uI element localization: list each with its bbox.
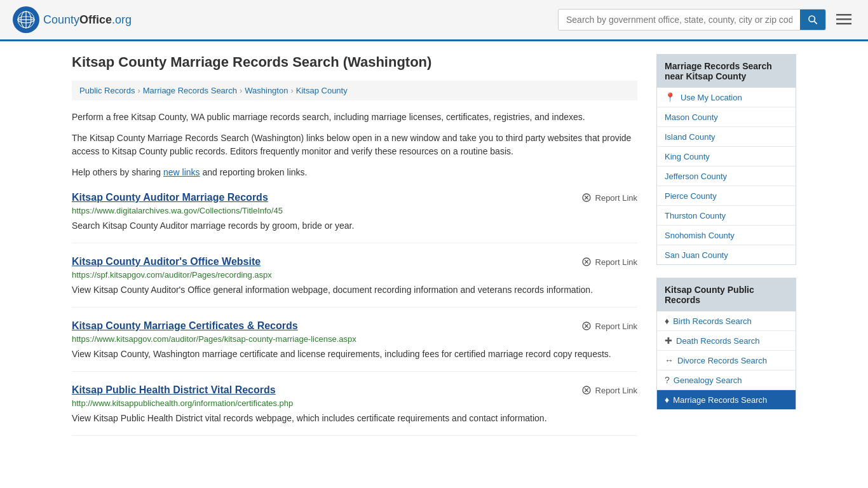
sidebar-nearby-title: Marriage Records Search near Kitsap Coun… — [657, 55, 796, 88]
report-icon-3 — [581, 321, 592, 331]
death-icon: ✚ — [665, 336, 672, 346]
search-input[interactable] — [559, 10, 800, 30]
divorce-icon: ↔ — [665, 355, 674, 365]
marriage-icon: ♦ — [665, 395, 669, 405]
sidebar-item-island[interactable]: Island County — [657, 127, 796, 147]
svg-rect-9 — [836, 23, 851, 25]
result-3-url[interactable]: https://www.kitsapgov.com/auditor/Pages/… — [72, 334, 637, 344]
death-records-link[interactable]: Death Records Search — [676, 336, 760, 346]
report-icon-2 — [581, 257, 592, 267]
result-4-title[interactable]: Kitsap Public Health District Vital Reco… — [72, 384, 276, 396]
content-area: Kitsap County Marriage Records Search (W… — [72, 54, 637, 436]
breadcrumb-sep-1: › — [137, 86, 140, 95]
result-1-url[interactable]: https://www.digitalarchives.wa.gov/Colle… — [72, 206, 637, 215]
sidebar-divorce-records[interactable]: ↔ Divorce Records Search — [657, 351, 796, 370]
logo-icon — [13, 6, 39, 33]
result-2-report[interactable]: Report Link — [581, 257, 637, 267]
use-my-location-link[interactable]: Use My Location — [681, 93, 742, 102]
result-1-report[interactable]: Report Link — [581, 193, 637, 203]
result-4-desc: View Kitsap Public Health District vital… — [72, 412, 637, 425]
result-3-report[interactable]: Report Link — [581, 321, 637, 331]
birth-records-link[interactable]: Birth Records Search — [673, 316, 752, 326]
breadcrumb: Public Records › Marriage Records Search… — [72, 81, 637, 100]
search-button[interactable] — [800, 10, 825, 30]
intro-para-1: Perform a free Kitsap County, WA public … — [72, 111, 637, 124]
thurston-county-link[interactable]: Thurston County — [665, 211, 726, 220]
location-pin-icon: 📍 — [665, 92, 675, 102]
logo-area[interactable]: CountyOffice.org — [13, 6, 132, 33]
result-1-title[interactable]: Kitsap County Auditor Marriage Records — [72, 192, 268, 203]
sidebar-item-jefferson[interactable]: Jefferson County — [657, 166, 796, 186]
sidebar-public-title: Kitsap County Public Records — [657, 278, 796, 311]
result-4-header: Kitsap Public Health District Vital Reco… — [72, 384, 637, 396]
breadcrumb-washington[interactable]: Washington — [245, 86, 288, 95]
search-form — [558, 9, 826, 30]
menu-button[interactable] — [832, 8, 855, 32]
marriage-records-link[interactable]: Marriage Records Search — [673, 395, 767, 405]
sidebar-item-sanjuan[interactable]: San Juan County — [657, 245, 796, 264]
genealogy-link[interactable]: Genealogy Search — [674, 376, 742, 385]
intro-para-2: The Kitsap County Marriage Records Searc… — [72, 132, 637, 158]
svg-point-5 — [809, 16, 815, 22]
report-icon-4 — [581, 385, 592, 395]
breadcrumb-marriage-records[interactable]: Marriage Records Search — [143, 86, 237, 95]
result-1-desc: Search Kitsap County Auditor marriage re… — [72, 219, 637, 233]
svg-line-6 — [814, 21, 817, 24]
genealogy-icon: ? — [665, 375, 670, 385]
svg-rect-8 — [836, 18, 851, 20]
birth-icon: ♦ — [665, 316, 669, 326]
sidebar-birth-records[interactable]: ♦ Birth Records Search — [657, 311, 796, 331]
sidebar-death-records[interactable]: ✚ Death Records Search — [657, 331, 796, 351]
sidebar-item-pierce[interactable]: Pierce County — [657, 186, 796, 206]
sidebar-item-king[interactable]: King County — [657, 147, 796, 166]
result-2-url[interactable]: https://spf.kitsapgov.com/auditor/Pages/… — [72, 270, 637, 280]
result-2-title[interactable]: Kitsap County Auditor's Office Website — [72, 256, 261, 268]
result-4-url[interactable]: http://www.kitsappublichealth.org/inform… — [72, 398, 637, 408]
sidebar: Marriage Records Search near Kitsap Coun… — [656, 54, 796, 436]
snohomish-county-link[interactable]: Snohomish County — [665, 231, 735, 240]
sidebar-item-snohomish[interactable]: Snohomish County — [657, 226, 796, 245]
sidebar-marriage-records[interactable]: ♦ Marriage Records Search — [657, 390, 796, 409]
sidebar-item-mason[interactable]: Mason County — [657, 107, 796, 127]
sidebar-genealogy[interactable]: ? Genealogy Search — [657, 370, 796, 390]
jefferson-county-link[interactable]: Jefferson County — [665, 172, 727, 181]
sidebar-nearby-list: 📍 Use My Location Mason County Island Co… — [657, 88, 796, 264]
header-right — [558, 8, 855, 32]
mason-county-link[interactable]: Mason County — [665, 112, 718, 122]
logo-text: CountyOffice.org — [43, 13, 132, 27]
result-3-desc: View Kitsap County, Washington marriage … — [72, 348, 637, 361]
result-4: Kitsap Public Health District Vital Reco… — [72, 384, 637, 436]
sanjuan-county-link[interactable]: San Juan County — [665, 250, 728, 260]
main-container: Kitsap County Marriage Records Search (W… — [53, 41, 815, 449]
breadcrumb-sep-2: › — [240, 86, 242, 95]
breadcrumb-kitsap[interactable]: Kitsap County — [296, 86, 348, 95]
sidebar-public-section: Kitsap County Public Records ♦ Birth Rec… — [656, 278, 796, 410]
divorce-records-link[interactable]: Divorce Records Search — [677, 356, 767, 365]
result-2-desc: View Kitsap County Auditor's Office gene… — [72, 283, 637, 297]
sidebar-public-list: ♦ Birth Records Search ✚ Death Records S… — [657, 311, 796, 409]
king-county-link[interactable]: King County — [665, 152, 710, 161]
svg-rect-7 — [836, 14, 851, 16]
result-3-header: Kitsap County Marriage Certificates & Re… — [72, 320, 637, 332]
sidebar-nearby-section: Marriage Records Search near Kitsap Coun… — [656, 54, 796, 265]
result-1-header: Kitsap County Auditor Marriage Records R… — [72, 192, 637, 203]
pierce-county-link[interactable]: Pierce County — [665, 191, 717, 201]
sidebar-item-thurston[interactable]: Thurston County — [657, 206, 796, 226]
result-3: Kitsap County Marriage Certificates & Re… — [72, 320, 637, 372]
breadcrumb-public-records[interactable]: Public Records — [79, 86, 135, 95]
breadcrumb-sep-3: › — [290, 86, 293, 95]
result-4-report[interactable]: Report Link — [581, 385, 637, 395]
result-3-title[interactable]: Kitsap County Marriage Certificates & Re… — [72, 320, 298, 332]
new-links-link[interactable]: new links — [163, 167, 200, 177]
island-county-link[interactable]: Island County — [665, 132, 715, 142]
result-1: Kitsap County Auditor Marriage Records R… — [72, 192, 637, 243]
sidebar-location-item[interactable]: 📍 Use My Location — [657, 88, 796, 107]
intro-para-3: Help others by sharing new links and rep… — [72, 166, 637, 179]
page-title: Kitsap County Marriage Records Search (W… — [72, 54, 637, 71]
result-2: Kitsap County Auditor's Office Website R… — [72, 256, 637, 308]
report-icon-1 — [581, 193, 592, 203]
result-2-header: Kitsap County Auditor's Office Website R… — [72, 256, 637, 268]
site-header: CountyOffice.org — [0, 0, 868, 41]
